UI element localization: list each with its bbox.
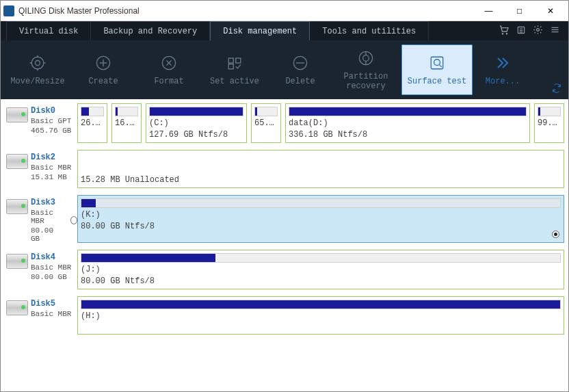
svg-point-11 — [36, 60, 40, 65]
partition-radio[interactable] — [552, 231, 559, 238]
cart-icon[interactable] — [499, 25, 510, 38]
disk-label[interactable]: Disk2 Basic MBR 15.31 MB — [5, 150, 77, 188]
disk-label[interactable]: Disk0 Basic GPT 465.76 GB — [5, 103, 77, 143]
disk-icon — [6, 107, 28, 122]
create-button[interactable]: Create — [70, 40, 136, 99]
svg-rect-18 — [228, 64, 233, 69]
toolbar: Move/Resize Create Format Set active Del… — [1, 40, 568, 99]
partition[interactable]: 26... — [77, 103, 107, 143]
gear-icon[interactable] — [533, 25, 543, 37]
disk-icon — [6, 300, 28, 315]
disk-row: Disk2 Basic MBR 15.31 MB 15.28 MB Unallo… — [5, 150, 564, 188]
disk-name: Disk2 — [31, 153, 71, 162]
move-resize-button[interactable]: Move/Resize — [5, 40, 70, 99]
delete-button[interactable]: Delete — [267, 40, 333, 99]
create-icon — [94, 53, 113, 73]
partition-recovery-icon — [356, 49, 375, 68]
disk-row: Disk3 Basic MBR 80.00 GB (K:) 80.00 GB N… — [5, 195, 564, 243]
partition[interactable]: (J:) 80.00 GB Ntfs/8 — [77, 250, 564, 289]
delete-icon — [291, 53, 310, 73]
set-active-icon — [225, 53, 244, 73]
tab-backup-recovery[interactable]: Backup and Recovery — [91, 21, 210, 40]
partition[interactable]: (C:) 127.69 GB Ntfs/8 — [146, 103, 247, 143]
disk-icon — [6, 154, 28, 169]
disk-content: Disk0 Basic GPT 465.76 GB 26... 16... (C… — [1, 99, 568, 391]
menu-icon[interactable] — [550, 25, 560, 37]
list-icon[interactable] — [516, 25, 526, 37]
partition[interactable]: 99... — [534, 103, 564, 143]
disk-name: Disk5 — [31, 299, 71, 309]
disk-row: Disk4 Basic MBR 80.00 GB (J:) 80.00 GB N… — [5, 250, 564, 289]
title-bar: QILING Disk Master Professional — □ ✕ — [1, 1, 568, 21]
partition[interactable]: data(D:) 336.18 GB Ntfs/8 — [285, 103, 530, 143]
svg-point-10 — [31, 57, 44, 69]
svg-rect-16 — [228, 58, 233, 63]
svg-line-27 — [440, 64, 442, 67]
disk-name: Disk4 — [31, 252, 71, 262]
surface-test-icon — [427, 53, 447, 73]
disk-row: Disk0 Basic GPT 465.76 GB 26... 16... (C… — [5, 103, 564, 143]
close-button[interactable]: ✕ — [535, 1, 566, 21]
set-active-button[interactable]: Set active — [202, 40, 267, 99]
disk-label[interactable]: Disk4 Basic MBR 80.00 GB — [5, 250, 77, 289]
format-button[interactable]: Format — [136, 40, 202, 99]
window-title: QILING Disk Master Professional — [18, 6, 473, 16]
svg-point-1 — [506, 33, 507, 34]
svg-point-0 — [502, 33, 503, 34]
sync-icon[interactable] — [552, 83, 561, 95]
disk-icon — [6, 199, 28, 214]
more-button[interactable]: More... — [475, 40, 530, 99]
disk-icon — [6, 254, 28, 269]
partition[interactable]: (H:) — [77, 296, 564, 335]
more-icon — [493, 53, 512, 73]
tab-virtual-disk[interactable]: Virtual disk — [6, 21, 91, 40]
svg-point-22 — [363, 55, 369, 61]
maximize-button[interactable]: □ — [504, 1, 535, 21]
tab-tools-utilities[interactable]: Tools and utilities — [310, 21, 429, 40]
partition[interactable]: 65... — [251, 103, 281, 143]
disk-name: Disk0 — [31, 106, 71, 116]
partition-recovery-button[interactable]: Partition recovery — [333, 40, 399, 99]
tab-disk-management[interactable]: Disk management — [210, 21, 310, 40]
partition-unallocated[interactable]: 15.28 MB Unallocated — [77, 150, 564, 188]
disk-radio[interactable] — [70, 216, 77, 224]
surface-test-button[interactable]: Surface test — [401, 44, 473, 95]
svg-point-26 — [434, 60, 440, 66]
partition[interactable]: 16... — [111, 103, 142, 143]
format-icon — [159, 53, 178, 73]
app-icon — [3, 5, 14, 16]
disk-name: Disk3 — [31, 198, 65, 207]
move-resize-icon — [28, 53, 47, 73]
partition-selected[interactable]: (K:) 80.00 GB Ntfs/8 — [77, 195, 564, 243]
main-tabbar: Virtual disk Backup and Recovery Disk ma… — [1, 21, 568, 40]
svg-point-6 — [537, 29, 540, 31]
disk-row: Disk5 Basic MBR (H:) — [5, 296, 564, 335]
svg-rect-17 — [236, 58, 241, 63]
disk-label[interactable]: Disk5 Basic MBR — [5, 296, 77, 335]
disk-label[interactable]: Disk3 Basic MBR 80.00 GB — [5, 195, 77, 243]
minimize-button[interactable]: — — [473, 1, 504, 21]
